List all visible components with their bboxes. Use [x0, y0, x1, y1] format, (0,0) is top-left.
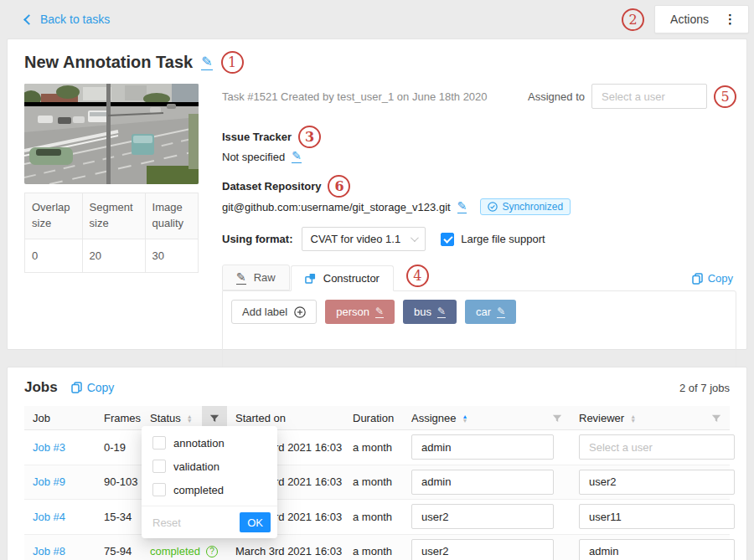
assignee-input[interactable]: admin	[411, 470, 554, 495]
large-file-support-checkbox[interactable]: Large file support	[441, 233, 545, 246]
checkbox-icon	[152, 483, 166, 496]
label-tag-car[interactable]: car ✎	[465, 300, 516, 324]
job-link[interactable]: Job #9	[33, 475, 65, 488]
dataset-repository-label: Dataset Repository	[222, 180, 321, 193]
filter-option-annotation[interactable]: annotation	[142, 431, 277, 455]
filter-option-label: completed	[173, 484, 224, 496]
table-row: Job #3 0-19 March 3rd 2021 16:03 a month…	[24, 430, 730, 465]
check-circle-icon	[488, 202, 498, 212]
filter-option-validation[interactable]: validation	[142, 455, 277, 478]
tab-raw[interactable]: ✎ Raw	[222, 265, 290, 290]
task-parameters-table: Overlap size Segment size Image quality …	[24, 193, 199, 273]
jobs-table-header: Job Frames Status ▲ ▼ Started on Duratio…	[24, 406, 730, 430]
started-cell: March 3rd 2021 16:03	[227, 545, 344, 557]
dataset-repository-url: git@github.com:username/git_storage_v123…	[222, 201, 451, 213]
reviewer-placeholder: Select a user	[589, 441, 653, 454]
duration-cell: a month	[344, 545, 403, 557]
frames-cell: 90-103	[96, 475, 142, 488]
assignee-sort-control[interactable]: ▲ ▼	[462, 414, 467, 423]
actions-button[interactable]: Actions ⋮	[654, 5, 749, 33]
job-link[interactable]: Job #8	[33, 545, 65, 557]
filter-reset-button[interactable]: Reset	[152, 516, 181, 529]
caret-down-icon: ▼	[462, 419, 467, 423]
param-header-overlap: Overlap size	[25, 193, 83, 239]
label-tag-bus[interactable]: bus ✎	[403, 300, 457, 324]
frames-cell: 0-19	[96, 441, 142, 454]
kebab-menu-icon: ⋮	[724, 12, 736, 27]
edit-label-icon[interactable]: ✎	[375, 306, 384, 318]
jobs-count: 2 of 7 jobs	[679, 382, 730, 394]
duration-cell: a month	[344, 511, 403, 523]
pencil-icon: ✎	[236, 271, 246, 285]
checkbox-icon	[152, 436, 166, 450]
build-blocks-icon	[305, 273, 316, 284]
synchronized-label: Synchronized	[502, 201, 563, 213]
reviewer-filter-icon[interactable]	[711, 414, 721, 424]
assignee-input[interactable]: user2	[411, 504, 554, 529]
col-reviewer: Reviewer ▲ ▼	[571, 406, 730, 430]
annotation-callout-2: 2	[622, 8, 644, 31]
label-tag-bus-name: bus	[414, 306, 431, 318]
assignee-filter-icon[interactable]	[552, 414, 562, 424]
label-tag-person[interactable]: person ✎	[325, 300, 395, 324]
format-select[interactable]: CVAT for video 1.1	[302, 227, 426, 251]
filter-option-label: validation	[173, 460, 219, 473]
filter-option-label: annotation	[173, 437, 225, 450]
jobs-copy-button[interactable]: Copy	[71, 381, 115, 394]
back-to-tasks-link[interactable]: Back to tasks	[25, 13, 110, 26]
question-circle-icon[interactable]: ?	[206, 546, 218, 557]
reviewer-value: user2	[589, 475, 617, 488]
task-preview-image	[24, 84, 199, 184]
table-row: Job #4 15-34 March 3rd 2021 16:03 a mont…	[24, 500, 730, 535]
labels-copy-button[interactable]: Copy	[692, 272, 733, 285]
assignee-value: user2	[421, 545, 449, 557]
top-bar: Back to tasks 2 Actions ⋮	[0, 0, 754, 39]
job-link[interactable]: Job #4	[33, 511, 65, 523]
reviewer-input[interactable]: admin	[579, 539, 735, 560]
add-label-button[interactable]: Add label	[231, 300, 317, 324]
param-header-quality: Image quality	[145, 193, 198, 239]
annotation-callout-5: 5	[714, 85, 736, 108]
edit-label-icon[interactable]: ✎	[437, 306, 446, 318]
assignee-input[interactable]: admin	[411, 434, 554, 460]
plus-circle-icon	[294, 306, 306, 318]
reviewer-input[interactable]: user11	[579, 504, 735, 529]
job-link[interactable]: Job #3	[33, 441, 65, 454]
filter-option-completed[interactable]: completed	[142, 478, 277, 501]
reviewer-value: admin	[589, 545, 618, 557]
duration-cell: a month	[344, 441, 403, 454]
tab-constructor[interactable]: Constructor	[291, 265, 394, 291]
tab-constructor-label: Constructor	[323, 272, 380, 285]
issue-tracker-value: Not specified	[222, 151, 285, 163]
caret-down-icon: ▼	[630, 419, 636, 423]
labels-copy-label: Copy	[708, 272, 733, 285]
status-completed-label: completed	[150, 545, 200, 557]
duration-cell: a month	[344, 475, 403, 488]
param-header-segment: Segment size	[82, 193, 145, 239]
edit-label-icon[interactable]: ✎	[497, 306, 505, 318]
tab-raw-label: Raw	[254, 271, 276, 284]
format-select-value: CVAT for video 1.1	[311, 233, 401, 245]
jobs-copy-label: Copy	[87, 381, 115, 394]
task-meta-text: Task #1521 Created by test_user_1 on Jun…	[222, 90, 488, 103]
reviewer-sort-control[interactable]: ▲ ▼	[630, 414, 636, 423]
add-label-text: Add label	[242, 306, 287, 318]
col-reviewer-label: Reviewer	[579, 412, 624, 424]
edit-issue-tracker-icon[interactable]: ✎	[292, 150, 302, 163]
reviewer-input[interactable]: user2	[579, 470, 735, 495]
filter-ok-button[interactable]: OK	[240, 512, 271, 532]
edit-repository-icon[interactable]: ✎	[457, 200, 467, 213]
assignee-input[interactable]: user2	[411, 539, 554, 560]
assignee-value: user2	[421, 511, 449, 523]
table-row: Job #8 75-94 completed ? March 3rd 2021 …	[24, 535, 730, 560]
edit-title-icon[interactable]: ✎	[201, 55, 212, 70]
assigned-to-input[interactable]: Select a user	[591, 84, 707, 109]
annotation-callout-1: 1	[221, 51, 244, 74]
issue-tracker-label: Issue Tracker	[222, 131, 292, 143]
reviewer-input[interactable]: Select a user	[579, 434, 735, 460]
status-sort-control[interactable]: ▲ ▼	[187, 414, 193, 423]
checkbox-checked-icon	[441, 233, 454, 246]
assigned-to-label: Assigned to	[528, 90, 585, 103]
col-duration: Duration	[344, 406, 403, 430]
chevron-left-icon	[23, 14, 34, 25]
